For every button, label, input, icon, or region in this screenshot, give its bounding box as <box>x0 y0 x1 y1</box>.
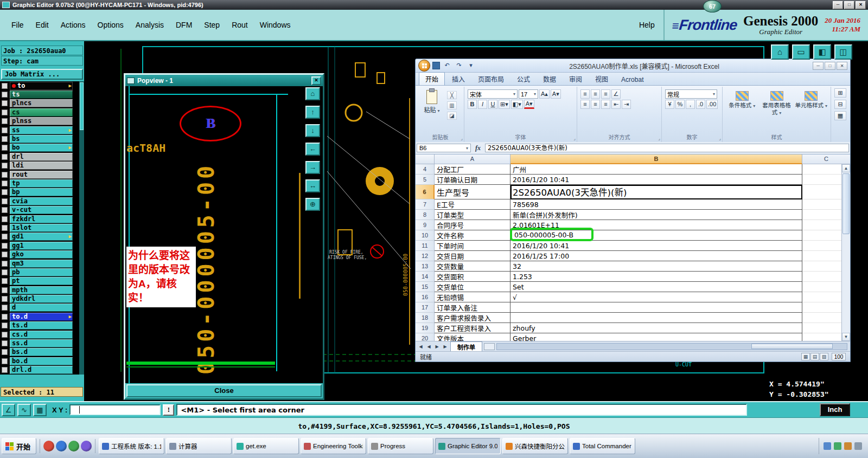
cell-label[interactable]: 文件名称 <box>435 230 510 241</box>
layer-ts[interactable]: ts▶ <box>0 90 84 99</box>
view-home-button[interactable]: ⌂ <box>771 44 789 60</box>
cell-value[interactable]: 2S2650AUA0(3天急件)(新) <box>510 185 802 199</box>
layer-plncs[interactable]: plncs▶ <box>0 99 84 108</box>
cell-value[interactable]: 050-000005-00-B <box>510 230 802 241</box>
menu-file[interactable]: File <box>5 18 30 31</box>
layer-checkbox[interactable] <box>2 225 8 231</box>
select-tool-button[interactable]: ∠ <box>2 404 15 416</box>
bold-button[interactable]: B <box>468 100 477 109</box>
column-header[interactable]: A <box>435 154 510 164</box>
browser-blue-icon[interactable] <box>56 441 67 451</box>
vertical-scrollbar[interactable]: ▲ ▼ <box>841 164 850 341</box>
page-layout-view-button[interactable]: ▤ <box>810 353 819 360</box>
format-painter-button[interactable]: ◪ <box>447 112 457 120</box>
layer-checkbox[interactable] <box>2 269 8 275</box>
copy-button[interactable]: ▥ <box>447 101 457 109</box>
layer-gko[interactable]: gko▶ <box>0 250 84 259</box>
zoom-center-button[interactable]: ⊕ <box>305 198 320 211</box>
layer-checkbox[interactable] <box>2 145 8 151</box>
tab-formulas[interactable]: 公式 <box>511 73 536 85</box>
row-header[interactable]: 12 <box>416 251 435 261</box>
dialog-launcher-icon[interactable]: ⌟ <box>719 136 721 141</box>
cell-label[interactable]: 订单确认日期 <box>435 175 510 185</box>
layer-checkbox[interactable] <box>2 287 8 293</box>
task-button[interactable]: get.exe <box>233 438 299 454</box>
dialog-launcher-icon[interactable]: ⌟ <box>658 136 660 141</box>
layer-bs[interactable]: bs▶ <box>0 134 84 143</box>
layer-checkbox[interactable] <box>2 234 8 240</box>
fx-icon[interactable]: fx <box>473 144 483 152</box>
qat-dropdown-icon[interactable]: ▾ <box>466 61 476 70</box>
layer-checkbox[interactable] <box>2 278 8 284</box>
start-button[interactable]: 开始 <box>2 438 36 454</box>
layer-checkbox[interactable] <box>2 340 8 346</box>
row-header[interactable]: 11 <box>416 241 435 251</box>
layer-ydkdrl[interactable]: ydkdrl▶ <box>0 294 84 303</box>
cell-value[interactable] <box>510 313 802 323</box>
layer-checkbox[interactable] <box>2 154 8 160</box>
menu-options[interactable]: Options <box>92 18 130 31</box>
row-header[interactable]: 14 <box>416 272 435 282</box>
name-box[interactable]: B6▾ <box>417 144 471 152</box>
unit-toggle-button[interactable]: Inch <box>820 403 850 416</box>
align-center-icon[interactable]: ≡ <box>591 100 600 109</box>
increase-decimal-button[interactable]: .0 <box>696 100 705 109</box>
font-color-button[interactable]: A▾ <box>524 100 534 109</box>
prev-sheet-button[interactable]: ◀ <box>425 344 433 349</box>
cell-value[interactable]: 新单(合拼)(外发制作) <box>510 210 802 220</box>
scrollbar-thumb[interactable] <box>843 173 850 234</box>
pan-left-button[interactable]: ← <box>305 143 320 156</box>
cell-value[interactable]: 785698 <box>510 199 802 210</box>
scroll-up-button[interactable]: ▲ <box>842 164 850 172</box>
conditional-format-button[interactable]: 条件格式 ▾ <box>726 91 758 115</box>
row-header[interactable]: 16 <box>416 292 435 302</box>
layer-checkbox[interactable] <box>2 314 8 320</box>
cell-label[interactable]: 无铅喷锡 <box>435 292 510 302</box>
cell-value[interactable]: 2016/1/25 17:00 <box>510 251 802 261</box>
antivirus-icon[interactable] <box>844 442 852 450</box>
column-header[interactable]: C <box>802 154 850 164</box>
comma-button[interactable]: , <box>686 100 695 109</box>
layer-checkbox[interactable] <box>2 127 8 133</box>
cut-button[interactable]: ╳ <box>447 91 457 99</box>
tab-acrobat[interactable]: Acrobat <box>615 74 649 85</box>
layer-checkbox[interactable] <box>2 358 8 364</box>
decrease-decimal-button[interactable]: .00 <box>706 100 718 109</box>
coordinate-input[interactable] <box>69 404 161 415</box>
menu-windows[interactable]: Windows <box>254 18 297 31</box>
layer-pb[interactable]: pb▶ <box>0 268 84 276</box>
pan-home-button[interactable]: ⌂ <box>305 87 320 100</box>
tab-data[interactable]: 数据 <box>537 73 562 85</box>
notification-badge[interactable]: 67 <box>703 0 722 12</box>
layer-checkbox[interactable] <box>2 367 8 373</box>
layer-checkbox[interactable] <box>2 100 8 106</box>
layer-checkbox[interactable] <box>2 189 8 195</box>
layer-ts.d[interactable]: ts.d▶ <box>0 321 84 330</box>
layer-fzkdrl[interactable]: fzkdrl▶ <box>0 215 84 223</box>
layer-to.d[interactable]: to.d▶ <box>0 312 84 321</box>
pan-up-button[interactable]: ↑ <box>305 106 320 119</box>
horizontal-scrollbar[interactable] <box>496 343 847 350</box>
pan-down-button[interactable]: ↓ <box>305 124 320 137</box>
popview-close-footer-button[interactable]: Close <box>126 384 322 397</box>
cell-label[interactable]: 订单录入备注 <box>435 302 510 313</box>
cell-styles-button[interactable]: 单元格样式 ▾ <box>795 91 827 115</box>
layer-plnss[interactable]: plnss▶ <box>0 117 84 126</box>
cell-value[interactable]: Set <box>510 282 802 292</box>
cell-label[interactable]: 交货单位 <box>435 282 510 292</box>
format-as-table-button[interactable]: 套用表格格式 ▾ <box>761 91 793 115</box>
zoom-level[interactable]: 100 <box>832 353 846 360</box>
layer-checkbox[interactable] <box>2 296 8 302</box>
menu-edit[interactable]: Edit <box>30 18 55 31</box>
row-header[interactable]: 20 <box>416 333 435 341</box>
app-purple-icon[interactable] <box>81 441 92 451</box>
cell-label[interactable]: 交货日期 <box>435 251 510 261</box>
cell-value[interactable]: 广州 <box>510 164 802 175</box>
layer-checkbox[interactable] <box>2 83 8 89</box>
tab-view[interactable]: 视图 <box>589 73 614 85</box>
sheet-tab[interactable]: 制作单 <box>450 341 482 352</box>
layer-checkbox[interactable] <box>2 243 8 249</box>
cell-value[interactable]: 1.253 <box>510 272 802 282</box>
excel-titlebar[interactable]: ↶ ↷ ▾ 2S2650AUA0制作单.xls [兼容模式] - Microso… <box>416 59 850 73</box>
cell-value[interactable]: 2016/1/20 10:41 <box>510 175 802 185</box>
